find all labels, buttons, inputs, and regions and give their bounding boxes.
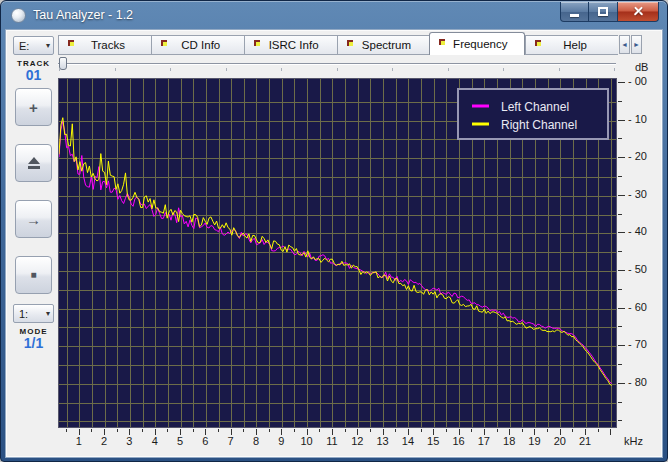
y-axis-label: - 10 bbox=[628, 113, 647, 125]
x-axis-label: 6 bbox=[202, 435, 208, 447]
x-axis-tick bbox=[243, 429, 244, 432]
tab-indicator-icon bbox=[439, 39, 445, 45]
slider-tick bbox=[226, 68, 227, 71]
y-axis-tick bbox=[618, 176, 622, 177]
tab-frequency[interactable]: Frequency bbox=[429, 32, 525, 55]
legend-label: Right Channel bbox=[501, 118, 577, 132]
y-axis-tick bbox=[618, 251, 622, 252]
maximize-button[interactable] bbox=[589, 2, 617, 22]
tab-label: Spectrum bbox=[356, 39, 411, 51]
x-axis-tick bbox=[294, 429, 295, 432]
y-axis-tick bbox=[618, 157, 625, 158]
titlebar[interactable]: Tau Analyzer - 1.2 bbox=[5, 1, 663, 29]
tab-indicator-icon bbox=[161, 40, 167, 46]
x-axis-label: 17 bbox=[478, 435, 490, 447]
content-area: E: ▾ TRACK 01 +→■ 1: ▾ MODE 1/1 TracksCD… bbox=[5, 29, 663, 458]
y-axis-tick bbox=[618, 138, 622, 139]
slider-tick bbox=[503, 68, 504, 71]
position-slider[interactable] bbox=[58, 57, 616, 74]
y-axis-tick bbox=[618, 82, 625, 83]
app-icon bbox=[11, 8, 26, 23]
x-axis-tick bbox=[446, 429, 447, 432]
x-axis-tick bbox=[142, 429, 143, 432]
x-axis: 123456789101112131415161718192021kHz bbox=[58, 429, 664, 449]
y-axis-label: - 20 bbox=[628, 150, 647, 162]
chart-plot: Left ChannelRight Channel bbox=[59, 79, 616, 427]
tab-spectrum[interactable]: Spectrum bbox=[337, 35, 430, 55]
window-title: Tau Analyzer - 1.2 bbox=[33, 8, 133, 22]
stop-button[interactable]: ■ bbox=[15, 256, 52, 294]
y-axis-tick bbox=[618, 270, 625, 271]
tab-scroll-left[interactable]: ◄ bbox=[619, 35, 630, 54]
x-axis-label: 16 bbox=[452, 435, 464, 447]
tab-help[interactable]: Help bbox=[525, 35, 618, 55]
tab-isrc-info[interactable]: ISRC Info bbox=[244, 35, 337, 55]
drive-select[interactable]: E: ▾ bbox=[13, 36, 54, 55]
tab-indicator-icon bbox=[535, 40, 541, 46]
x-axis-label: 15 bbox=[427, 435, 439, 447]
minimize-button[interactable] bbox=[560, 2, 589, 22]
x-axis-label: 9 bbox=[278, 435, 284, 447]
x-axis-tick bbox=[345, 429, 346, 432]
tab-scroll-left-icon: ◄ bbox=[621, 41, 628, 48]
x-axis-label: 12 bbox=[351, 435, 363, 447]
legend-label: Left Channel bbox=[501, 100, 569, 114]
x-axis-tick bbox=[319, 429, 320, 432]
tab-indicator-icon bbox=[347, 40, 353, 46]
tab-bar: TracksCD InfoISRC InfoSpectrumFrequencyH… bbox=[58, 32, 642, 55]
frequency-chart: Left ChannelRight Channel bbox=[58, 78, 617, 428]
slider-track[interactable] bbox=[58, 63, 616, 65]
tab-scroll-right[interactable]: ► bbox=[631, 35, 642, 54]
x-axis-tick bbox=[522, 429, 523, 432]
tab-label: Tracks bbox=[85, 39, 125, 51]
slider-tick bbox=[337, 68, 338, 71]
x-axis-label: 19 bbox=[528, 435, 540, 447]
x-axis-tick bbox=[572, 429, 573, 432]
y-axis-tick bbox=[618, 420, 622, 421]
y-axis-label: - 30 bbox=[628, 188, 647, 200]
arrow-right-icon: → bbox=[26, 212, 41, 227]
x-axis-tick bbox=[598, 429, 599, 432]
x-axis-tick bbox=[471, 429, 472, 432]
y-axis-tick bbox=[618, 195, 625, 196]
tab-cd-info[interactable]: CD Info bbox=[151, 35, 244, 55]
x-axis-label: 11 bbox=[326, 435, 337, 447]
track-display: TRACK 01 bbox=[9, 59, 58, 83]
close-button[interactable] bbox=[617, 2, 659, 22]
x-axis-label: 4 bbox=[152, 435, 158, 447]
tab-label: Help bbox=[557, 39, 587, 51]
y-axis-tick bbox=[618, 214, 622, 215]
y-axis-tick bbox=[618, 402, 622, 403]
eject-icon bbox=[28, 157, 40, 164]
tab-label: ISRC Info bbox=[263, 39, 319, 51]
x-axis-tick bbox=[167, 429, 168, 432]
x-axis-tick bbox=[395, 429, 396, 432]
x-axis-label: 2 bbox=[101, 435, 107, 447]
tab-scroll-right-icon: ► bbox=[633, 41, 640, 48]
slider-tick bbox=[559, 68, 560, 71]
x-axis-label: 3 bbox=[126, 435, 132, 447]
y-axis-label: - 60 bbox=[628, 301, 647, 313]
slider-thumb[interactable] bbox=[59, 57, 67, 70]
sidebar: E: ▾ TRACK 01 +→■ 1: ▾ MODE 1/1 bbox=[9, 32, 58, 455]
eject-button[interactable] bbox=[15, 144, 52, 182]
y-axis-tick bbox=[618, 383, 625, 384]
window-controls bbox=[560, 2, 659, 22]
speed-select[interactable]: 1: ▾ bbox=[13, 304, 54, 323]
eject-icon bbox=[28, 166, 40, 169]
tab-indicator-icon bbox=[68, 40, 74, 46]
plus-button[interactable]: + bbox=[15, 88, 52, 126]
slider-tick bbox=[281, 68, 282, 71]
next-button[interactable]: → bbox=[15, 200, 52, 238]
x-axis-label: 10 bbox=[300, 435, 312, 447]
x-axis-tick bbox=[269, 429, 270, 432]
app-window: Tau Analyzer - 1.2 E: ▾ TRACK 01 +→■ 1: … bbox=[0, 0, 668, 462]
x-axis-tick bbox=[421, 429, 422, 432]
mode-display: MODE 1/1 bbox=[9, 327, 58, 351]
plus-icon: + bbox=[29, 100, 38, 115]
chart-legend: Left ChannelRight Channel bbox=[458, 89, 608, 139]
tab-tracks[interactable]: Tracks bbox=[58, 35, 151, 55]
x-axis-label: 7 bbox=[228, 435, 234, 447]
tab-indicator-icon bbox=[254, 40, 260, 46]
y-axis-label: - 00 bbox=[628, 75, 647, 87]
